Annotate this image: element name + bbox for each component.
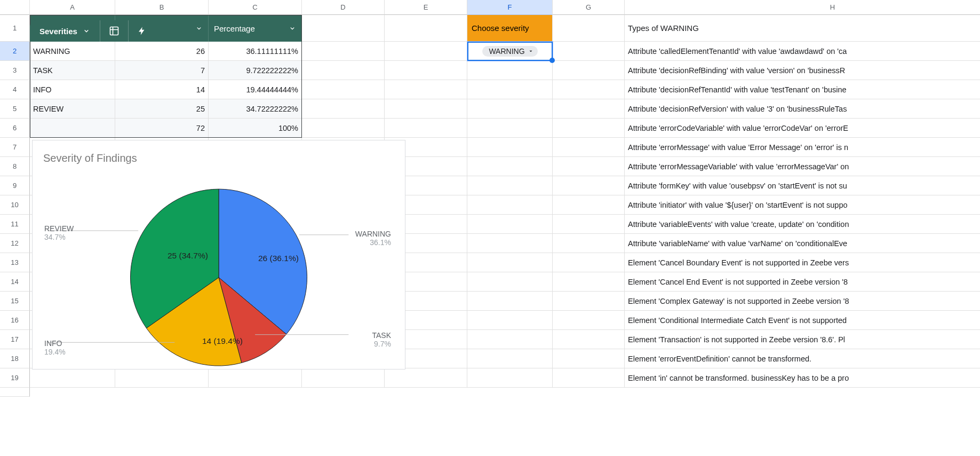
cell-G6[interactable] bbox=[553, 119, 625, 138]
cell-pct-5[interactable]: 34.72222222% bbox=[209, 99, 302, 119]
row-header-11[interactable]: 11 bbox=[0, 215, 30, 234]
cell-G4[interactable] bbox=[553, 80, 625, 99]
column-header-C[interactable]: C bbox=[209, 0, 302, 15]
column-header-G[interactable]: G bbox=[553, 0, 625, 15]
cell-G14[interactable] bbox=[553, 272, 625, 292]
cell-G13[interactable] bbox=[553, 253, 625, 272]
row-header-6[interactable]: 6 bbox=[0, 119, 30, 138]
cell-G11[interactable] bbox=[553, 215, 625, 234]
cell-severity-3[interactable]: TASK bbox=[30, 61, 115, 80]
cell-G19[interactable] bbox=[553, 368, 625, 388]
cell-G16[interactable] bbox=[553, 311, 625, 330]
cell-pct-2[interactable]: 36.11111111% bbox=[209, 42, 302, 61]
cell-D6[interactable] bbox=[302, 119, 385, 138]
cell-E1[interactable] bbox=[385, 15, 467, 42]
cell-severity-4[interactable]: INFO bbox=[30, 80, 115, 99]
table-header-percentage[interactable]: Percentage bbox=[209, 15, 302, 42]
cell-G9[interactable] bbox=[553, 176, 625, 195]
cell-count-5[interactable]: 25 bbox=[115, 99, 209, 119]
cell-F5[interactable] bbox=[467, 99, 553, 119]
new-row-indicator[interactable] bbox=[0, 388, 30, 397]
cell-F10[interactable] bbox=[467, 195, 553, 215]
cell-F11[interactable] bbox=[467, 215, 553, 234]
cell-G7[interactable] bbox=[553, 138, 625, 157]
cell-E2[interactable] bbox=[385, 42, 467, 61]
cell-F19[interactable] bbox=[467, 368, 553, 388]
cell-F18[interactable] bbox=[467, 349, 553, 368]
cell-severity-2[interactable]: WARNING bbox=[30, 42, 115, 61]
cell-G10[interactable] bbox=[553, 195, 625, 215]
cell-B19[interactable] bbox=[115, 368, 209, 388]
cell-G1[interactable] bbox=[553, 15, 625, 42]
cell-F9[interactable] bbox=[467, 176, 553, 195]
row-header-10[interactable]: 10 bbox=[0, 195, 30, 215]
row-header-3[interactable]: 3 bbox=[0, 61, 30, 80]
cell-F4[interactable] bbox=[467, 80, 553, 99]
connected-sheet-data-button[interactable] bbox=[100, 20, 128, 42]
cell-G18[interactable] bbox=[553, 349, 625, 368]
cell-F14[interactable] bbox=[467, 272, 553, 292]
cell-count-4[interactable]: 14 bbox=[115, 80, 209, 99]
column-header-F[interactable]: F bbox=[467, 0, 553, 15]
row-header-5[interactable]: 5 bbox=[0, 99, 30, 119]
row-header-14[interactable]: 14 bbox=[0, 272, 30, 292]
column-header-A[interactable]: A bbox=[30, 0, 115, 15]
cell-F12[interactable] bbox=[467, 234, 553, 253]
row-header-17[interactable]: 17 bbox=[0, 330, 30, 349]
cell-C19[interactable] bbox=[209, 368, 302, 388]
cell-A19[interactable] bbox=[30, 368, 115, 388]
cell-D1[interactable] bbox=[302, 15, 385, 42]
column-header-H[interactable]: H bbox=[625, 0, 980, 15]
severity-dropdown-chip[interactable]: WARNING bbox=[482, 46, 537, 57]
column-header-B[interactable]: B bbox=[115, 0, 209, 15]
cell-E5[interactable] bbox=[385, 99, 467, 119]
row-header-15[interactable]: 15 bbox=[0, 292, 30, 311]
cell-F3[interactable] bbox=[467, 61, 553, 80]
select-all-corner[interactable] bbox=[0, 0, 30, 15]
cell-D2[interactable] bbox=[302, 42, 385, 61]
row-header-9[interactable]: 9 bbox=[0, 176, 30, 195]
cell-D5[interactable] bbox=[302, 99, 385, 119]
selection-handle[interactable] bbox=[549, 58, 555, 63]
cell-severity-5[interactable]: REVIEW bbox=[30, 99, 115, 119]
cell-G8[interactable] bbox=[553, 157, 625, 176]
cell-E19[interactable] bbox=[385, 368, 467, 388]
row-header-2[interactable]: 2 bbox=[0, 42, 30, 61]
cell-G17[interactable] bbox=[553, 330, 625, 349]
cell-F6[interactable] bbox=[467, 119, 553, 138]
cell-F16[interactable] bbox=[467, 311, 553, 330]
cell-D4[interactable] bbox=[302, 80, 385, 99]
cell-G12[interactable] bbox=[553, 234, 625, 253]
cell-F15[interactable] bbox=[467, 292, 553, 311]
pie-chart-card[interactable]: Severity of Findings 26 (36.1%)14 (19.4%… bbox=[32, 140, 405, 369]
cell-E6[interactable] bbox=[385, 119, 467, 138]
row-header-4[interactable]: 4 bbox=[0, 80, 30, 99]
row-header-1[interactable]: 1 bbox=[0, 15, 30, 42]
cell-F8[interactable] bbox=[467, 157, 553, 176]
row-header-7[interactable]: 7 bbox=[0, 138, 30, 157]
cell-F13[interactable] bbox=[467, 253, 553, 272]
cell-severity-6[interactable] bbox=[30, 119, 115, 138]
cell-G5[interactable] bbox=[553, 99, 625, 119]
cell-count-total[interactable]: 72 bbox=[115, 119, 209, 138]
cell-F7[interactable] bbox=[467, 138, 553, 157]
row-header-19[interactable]: 19 bbox=[0, 368, 30, 388]
column-header-D[interactable]: D bbox=[302, 0, 385, 15]
cell-F17[interactable] bbox=[467, 330, 553, 349]
cell-pct-3[interactable]: 9.722222222% bbox=[209, 61, 302, 80]
active-cell-F2[interactable]: WARNING bbox=[467, 42, 553, 61]
cell-G2[interactable] bbox=[553, 42, 625, 61]
row-header-13[interactable]: 13 bbox=[0, 253, 30, 272]
column-header-E[interactable]: E bbox=[385, 0, 467, 15]
row-header-8[interactable]: 8 bbox=[0, 157, 30, 176]
cell-G3[interactable] bbox=[553, 61, 625, 80]
cell-E4[interactable] bbox=[385, 80, 467, 99]
connected-sheet-name-button[interactable]: Severities bbox=[30, 20, 100, 42]
row-header-12[interactable]: 12 bbox=[0, 234, 30, 253]
cell-count-3[interactable]: 7 bbox=[115, 61, 209, 80]
row-header-18[interactable]: 18 bbox=[0, 349, 30, 368]
row-header-16[interactable]: 16 bbox=[0, 311, 30, 330]
cell-pct-total[interactable]: 100% bbox=[209, 119, 302, 138]
cell-D19[interactable] bbox=[302, 368, 385, 388]
cell-count-2[interactable]: 26 bbox=[115, 42, 209, 61]
